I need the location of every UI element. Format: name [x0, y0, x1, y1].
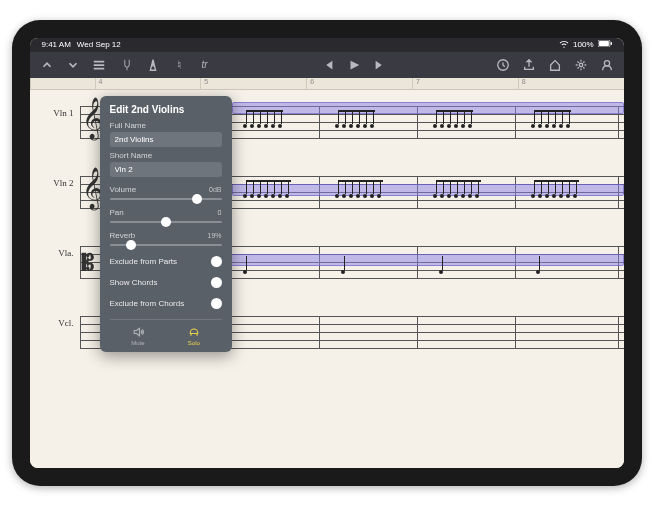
share-icon[interactable]: [522, 58, 536, 72]
ruler[interactable]: 4 5 6 7 8: [30, 78, 624, 90]
volume-label: Volume: [110, 185, 137, 194]
short-name-label: Short Name: [110, 151, 222, 160]
pan-label: Pan: [110, 208, 124, 217]
reverb-slider[interactable]: [110, 244, 222, 246]
status-time: 9:41 AM: [42, 40, 71, 49]
svg-point-4: [579, 63, 583, 67]
exclude-parts-toggle[interactable]: [211, 256, 222, 267]
clock-icon[interactable]: [496, 58, 510, 72]
battery-icon: [598, 40, 612, 49]
pan-slider[interactable]: [110, 221, 222, 223]
exclude-chords-label: Exclude from Chords: [110, 299, 185, 308]
skip-back-icon[interactable]: [321, 58, 335, 72]
tuning-fork-icon[interactable]: [120, 58, 134, 72]
skip-forward-icon[interactable]: [373, 58, 387, 72]
pan-value: 0: [218, 209, 222, 216]
full-name-label: Full Name: [110, 121, 222, 130]
ruler-marker: 7: [412, 78, 518, 89]
exclude-parts-label: Exclude from Parts: [110, 257, 178, 266]
short-name-input[interactable]: [110, 162, 222, 177]
show-chords-toggle[interactable]: [211, 277, 222, 288]
svg-point-5: [604, 60, 609, 65]
gear-icon[interactable]: [574, 58, 588, 72]
play-icon[interactable]: [347, 58, 361, 72]
automation-lane[interactable]: [232, 102, 624, 114]
panel-title: Edit 2nd Violins: [110, 104, 222, 115]
status-bar: 9:41 AM Wed Sep 12 100%: [30, 38, 624, 52]
battery-text: 100%: [573, 40, 593, 49]
exclude-chords-toggle[interactable]: [211, 298, 222, 309]
ruler-marker: 4: [95, 78, 201, 89]
metronome-icon[interactable]: [146, 58, 160, 72]
menu-icon[interactable]: [92, 58, 106, 72]
svg-rect-2: [610, 42, 611, 45]
reverb-label: Reverb: [110, 231, 136, 240]
screen: 9:41 AM Wed Sep 12 100%: [30, 38, 624, 468]
chevron-down-icon[interactable]: [66, 58, 80, 72]
solo-label: Solo: [188, 340, 200, 346]
staff-label: Vcl.: [30, 300, 80, 356]
mute-label: Mute: [131, 340, 144, 346]
score-area[interactable]: Vln 1 𝄞 Vln 2: [30, 90, 624, 468]
volume-value: 0dB: [209, 186, 221, 193]
full-name-input[interactable]: [110, 132, 222, 147]
staff-label: Vln 2: [30, 160, 80, 230]
home-icon[interactable]: [548, 58, 562, 72]
mute-button[interactable]: Mute: [131, 326, 144, 346]
volume-slider[interactable]: [110, 198, 222, 200]
chevron-up-icon[interactable]: [40, 58, 54, 72]
ipad-frame: 9:41 AM Wed Sep 12 100%: [12, 20, 642, 486]
natural-icon[interactable]: ♮: [172, 58, 186, 72]
status-date: Wed Sep 12: [77, 40, 121, 49]
alto-clef-icon: 𝄡: [82, 250, 94, 276]
wifi-icon: [559, 40, 569, 50]
staff-label: Vla.: [30, 230, 80, 300]
toolbar: ♮ tr: [30, 52, 624, 78]
ruler-marker: 6: [306, 78, 412, 89]
edit-instrument-panel: Edit 2nd Violins Full Name Short Name Vo…: [100, 96, 232, 352]
ruler-marker: 8: [518, 78, 624, 89]
staff-label: Vln 1: [30, 90, 80, 160]
ruler-marker: 5: [200, 78, 306, 89]
reverb-value: 19%: [207, 232, 221, 239]
solo-button[interactable]: Solo: [188, 326, 200, 346]
trill-icon[interactable]: tr: [198, 58, 212, 72]
profile-icon[interactable]: [600, 58, 614, 72]
svg-rect-1: [599, 41, 609, 46]
show-chords-label: Show Chords: [110, 278, 158, 287]
